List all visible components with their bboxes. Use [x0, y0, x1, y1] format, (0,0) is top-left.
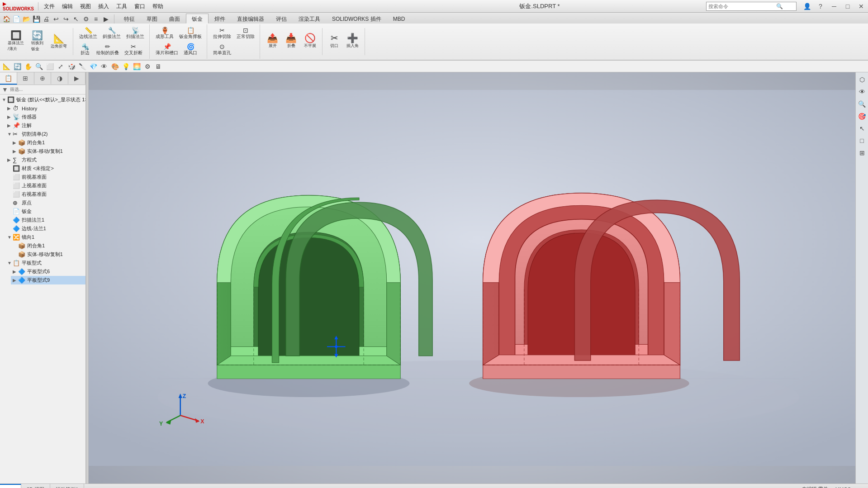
units-selector[interactable]: MMGS ▼	[835, 487, 857, 488]
pan-icon[interactable]: ✋	[24, 62, 33, 71]
hide-lines-icon[interactable]: 👁	[100, 62, 109, 71]
fold-btn[interactable]: 📥 折叠	[282, 29, 300, 53]
rotate-icon[interactable]: 🔄	[13, 62, 22, 71]
expand-arrow[interactable]: ▼	[2, 97, 7, 102]
right-hide-icon[interactable]: □	[857, 135, 868, 146]
view3d-icon[interactable]: 🎲	[67, 62, 76, 71]
print-icon[interactable]: 🖨	[42, 14, 51, 24]
maximize-button[interactable]: □	[841, 0, 854, 13]
expand-arrow-sensors[interactable]: ▶	[7, 114, 13, 119]
convert-to-sheetmetal-btn[interactable]: 🔄 转换到钣金	[28, 29, 47, 53]
redo-icon[interactable]: ↪	[62, 14, 71, 24]
tab-evaluate[interactable]: 评估	[270, 14, 293, 24]
menu-tools[interactable]: 工具	[113, 0, 131, 13]
sidebar-tab-appearance[interactable]: ◑	[51, 72, 68, 85]
tab-direct-edit[interactable]: 直接编辑器	[231, 14, 270, 24]
right-view-icon[interactable]: 👁	[857, 86, 868, 97]
tree-item-move-copy1[interactable]: ▶ 📦 实体-移动/复制1	[11, 147, 85, 156]
slot-btn[interactable]: 📌 薄片和槽口	[153, 42, 180, 57]
tab-weldment[interactable]: 焊件	[209, 14, 231, 24]
tree-item-cutlist[interactable]: ▼ ✂ 切割清单(2)	[5, 130, 85, 138]
right-select-icon[interactable]: ↖	[857, 123, 868, 134]
window-zoom-icon[interactable]: ⬜	[45, 62, 54, 71]
undo-icon[interactable]: ↩	[52, 14, 61, 24]
tree-item-front-plane[interactable]: ⬜ 前视基准面	[5, 173, 85, 181]
sheet-metal-panel-btn[interactable]: 📋 钣金角撑板	[177, 26, 204, 41]
display-mode-icon[interactable]: 💎	[89, 62, 98, 71]
menu-file[interactable]: 文件	[40, 0, 58, 13]
tree-item-annotations[interactable]: ▶ 📌 注解	[5, 121, 85, 130]
open-icon[interactable]: 📂	[22, 14, 31, 24]
tree-item-edge-flange1[interactable]: 🔷 边线-法兰1	[5, 224, 85, 233]
tree-item-sheetmetal[interactable]: 📄 钣金	[5, 207, 85, 216]
corner-flange-btn[interactable]: 📐 边角折弯	[47, 30, 70, 53]
tree-item-mc2[interactable]: 📦 实体-移动/复制1	[11, 250, 85, 259]
base-flange-btn[interactable]: 🔲 基体法兰/薄片	[5, 29, 27, 53]
menu-insert[interactable]: 插入	[95, 0, 113, 13]
expand-arrow-history[interactable]: ▶	[7, 106, 13, 111]
sidebar-tab-properties[interactable]: ⊞	[17, 72, 34, 85]
fit-icon[interactable]: ⤢	[56, 62, 65, 71]
expand-arrow-mc1[interactable]: ▶	[13, 149, 18, 154]
tree-item-flat6[interactable]: ▶ 🔷 平板型式6	[11, 267, 85, 276]
tree-item-scan-flange1[interactable]: 🔷 扫描法兰1	[5, 216, 85, 224]
section-view-icon[interactable]: 🔪	[78, 62, 87, 71]
tree-item-right-plane[interactable]: ⬜ 右视基准面	[5, 190, 85, 199]
expand-icon[interactable]: ▶	[101, 14, 110, 24]
lights-icon[interactable]: 💡	[121, 62, 130, 71]
feature-tree[interactable]: ▼ 🔲 钣金 (默认<<默认>_显示状态 1>) ▶ ⏱ History ▶ 📡…	[0, 95, 85, 483]
menu-view[interactable]: 视图	[76, 0, 95, 13]
minimize-button[interactable]: ─	[827, 0, 841, 13]
tree-item-cc2[interactable]: 📦 闭合角1	[11, 242, 85, 250]
cut-icon-btn[interactable]: ✂ 切口	[326, 29, 342, 53]
view-settings-icon[interactable]: ⚙	[143, 62, 152, 71]
miter-flange-btn[interactable]: 🔧 斜接法兰	[100, 26, 123, 41]
hem-btn[interactable]: 🔩 折边	[77, 42, 93, 57]
tree-item-flatpattern[interactable]: ▼ 📋 平板型式	[5, 259, 85, 267]
expand-arrow-cc1[interactable]: ▶	[13, 140, 18, 145]
vent-btn[interactable]: 🌀 通风口	[181, 42, 199, 57]
form-tool-btn[interactable]: 🏺 成形工具	[153, 26, 176, 41]
tab-sheetmetal[interactable]: 钣金	[186, 14, 209, 24]
extruded-cut-btn[interactable]: ✂ 拉伸切除	[211, 26, 233, 41]
expand-arrow-cutlist[interactable]: ▼	[7, 132, 13, 137]
tree-item-closed-corner1[interactable]: ▶ 📦 闭合角1	[11, 138, 85, 147]
expand-arrow-mir1[interactable]: ▼	[7, 235, 13, 240]
tree-item-equations[interactable]: ▶ ∑ 方程式	[5, 156, 85, 164]
help-icon[interactable]: ?	[814, 0, 827, 13]
no-flat-btn[interactable]: 🚫 不平展	[301, 29, 319, 53]
right-orient-icon[interactable]: 🎯	[857, 111, 868, 122]
viewport[interactable]: Z X Y ⬡ 👁 🔍 🎯	[89, 72, 868, 483]
expand-arrow-flatp[interactable]: ▼	[7, 261, 13, 265]
tree-item-origin[interactable]: ⊕ 原点	[5, 199, 85, 207]
tab-render[interactable]: 渲染工具	[293, 14, 326, 24]
close-button[interactable]: ✕	[854, 0, 868, 13]
sidebar-tab-features[interactable]: 📋	[0, 72, 17, 85]
menu-help[interactable]: 帮助	[149, 0, 167, 13]
right-section-icon[interactable]: ⊞	[857, 147, 868, 158]
simple-hole-btn[interactable]: ⊙ 简单直孔	[211, 42, 233, 57]
menu-edit[interactable]: 编辑	[58, 0, 76, 13]
new-icon[interactable]: 📄	[12, 14, 21, 24]
expand-arrow-annotations[interactable]: ▶	[7, 123, 13, 128]
sidebar-tab-expand[interactable]: ▶	[68, 72, 85, 85]
filter-icon[interactable]: ▼	[2, 86, 8, 93]
expand-arrow-eq[interactable]: ▶	[7, 157, 13, 162]
search-input[interactable]	[707, 4, 774, 9]
tree-item-mirror1[interactable]: ▼ 🔀 镜向1	[5, 233, 85, 242]
menu-window[interactable]: 窗口	[131, 0, 149, 13]
tree-item-history[interactable]: ▶ ⏱ History	[5, 104, 85, 113]
zoom-icon[interactable]: 🔍	[34, 62, 43, 71]
insert-btn[interactable]: ➕ 插入角	[343, 29, 362, 53]
options-icon[interactable]: ≡	[91, 14, 100, 24]
user-icon[interactable]: 👤	[800, 0, 814, 13]
tree-item-root[interactable]: ▼ 🔲 钣金 (默认<<默认>_显示状态 1>)	[0, 95, 85, 104]
tree-item-sensors[interactable]: ▶ 📡 传感器	[5, 113, 85, 121]
select-icon[interactable]: ↖	[71, 14, 81, 24]
normal-cut-btn[interactable]: ⊡ 正常切除	[234, 26, 257, 41]
view-cube-icon[interactable]: ⬡	[857, 74, 868, 85]
edge-flange-btn[interactable]: 📏 边线法兰	[77, 26, 100, 41]
monitor-icon[interactable]: 🖥	[154, 62, 163, 71]
search-icon[interactable]: 🔍	[774, 3, 785, 9]
home-icon[interactable]: 🏠	[2, 14, 11, 24]
